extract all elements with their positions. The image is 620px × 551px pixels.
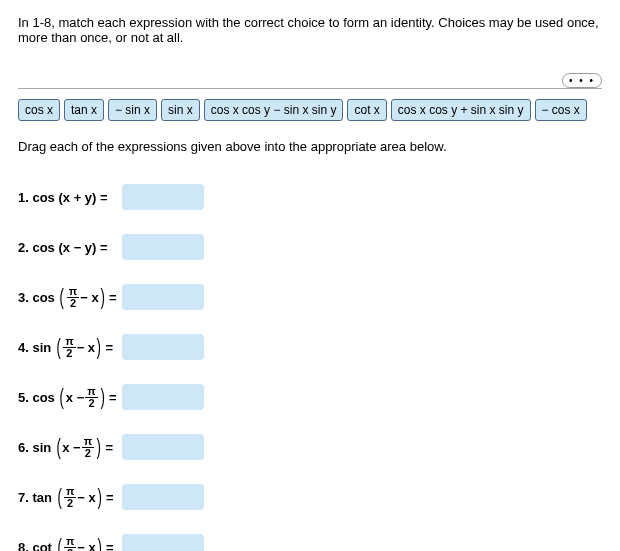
- question-3: 3. cos ( π2 − x ) =: [18, 278, 602, 316]
- dropzone-5[interactable]: [122, 384, 204, 410]
- question-4: 4. sin ( π2 − x ) =: [18, 328, 602, 366]
- dropzone-7[interactable]: [122, 484, 204, 510]
- chip-cosx[interactable]: cos x: [18, 99, 60, 121]
- instruction-text: In 1-8, match each expression with the c…: [18, 15, 602, 45]
- question-3-label: 3. cos ( π2 − x ) =: [18, 284, 122, 310]
- question-8-label: 8. cot ( π2 − x ) =: [18, 534, 122, 551]
- dropzone-2[interactable]: [122, 234, 204, 260]
- chip-cotx[interactable]: cot x: [347, 99, 386, 121]
- drag-instruction-text: Drag each of the expressions given above…: [18, 139, 602, 154]
- dropzone-4[interactable]: [122, 334, 204, 360]
- separator: [18, 88, 602, 89]
- chip-cosxcosy-plus-sinxsiny[interactable]: cos x cos y + sin x sin y: [391, 99, 531, 121]
- question-6: 6. sin ( x − π2 ) =: [18, 428, 602, 466]
- dropzone-1[interactable]: [122, 184, 204, 210]
- question-7-label: 7. tan ( π2 − x ) =: [18, 484, 122, 510]
- question-2: 2. cos (x − y) =: [18, 228, 602, 266]
- chip-neg-cosx[interactable]: − cos x: [535, 99, 587, 121]
- question-7: 7. tan ( π2 − x ) =: [18, 478, 602, 516]
- dropzone-8[interactable]: [122, 534, 204, 551]
- draggable-choices-row: cos x tan x − sin x sin x cos x cos y − …: [18, 99, 602, 121]
- more-options-button[interactable]: • • •: [562, 73, 602, 88]
- dropzone-6[interactable]: [122, 434, 204, 460]
- chip-cosxcosy-sinxsiny[interactable]: cos x cos y − sin x sin y: [204, 99, 344, 121]
- dropzone-3[interactable]: [122, 284, 204, 310]
- question-1-label: 1. cos (x + y) =: [18, 190, 122, 205]
- question-4-label: 4. sin ( π2 − x ) =: [18, 334, 122, 360]
- question-1: 1. cos (x + y) =: [18, 178, 602, 216]
- question-5-label: 5. cos ( x − π2 ) =: [18, 384, 122, 410]
- chip-tanx[interactable]: tan x: [64, 99, 104, 121]
- question-6-label: 6. sin ( x − π2 ) =: [18, 434, 122, 460]
- question-5: 5. cos ( x − π2 ) =: [18, 378, 602, 416]
- question-8: 8. cot ( π2 − x ) =: [18, 528, 602, 551]
- question-2-label: 2. cos (x − y) =: [18, 240, 122, 255]
- chip-neg-sinx[interactable]: − sin x: [108, 99, 157, 121]
- chip-sinx[interactable]: sin x: [161, 99, 200, 121]
